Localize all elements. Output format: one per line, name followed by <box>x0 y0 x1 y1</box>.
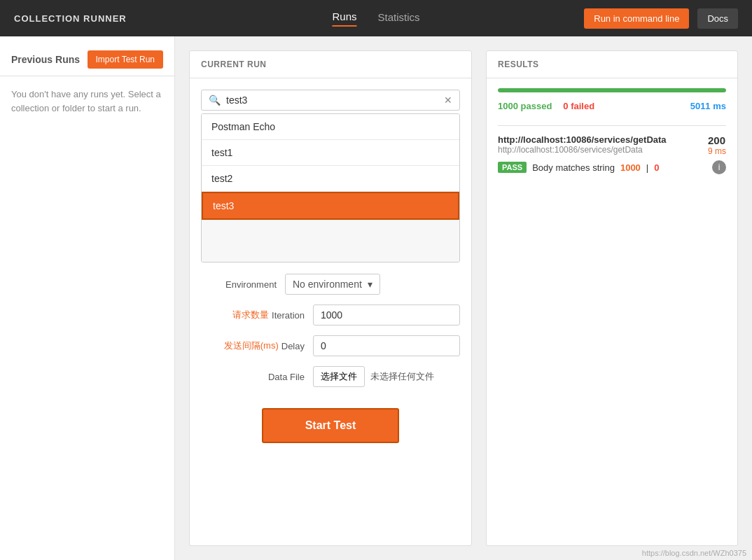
header-tabs: Runs Statistics <box>332 10 419 27</box>
result-test-failed-count: 0 <box>654 162 659 173</box>
iteration-row: 请求数量 Iteration <box>201 304 460 326</box>
results-panel-body: 1000 passed 0 failed 5011 ms http://loca… <box>487 78 737 545</box>
result-test-separator: | <box>646 162 648 173</box>
info-icon[interactable]: i <box>712 160 726 174</box>
sidebar-empty-text: You don't have any runs yet. Select a co… <box>0 76 174 126</box>
search-box[interactable]: 🔍 ✕ <box>201 90 460 111</box>
result-status-code: 200 <box>708 134 726 146</box>
delay-label-group: 发送间隔(ms) Delay <box>201 340 313 352</box>
chevron-down-icon: ▾ <box>368 279 372 290</box>
result-test-count: 1000 <box>620 162 641 173</box>
iteration-label-group: 请求数量 Iteration <box>201 309 313 321</box>
environment-select[interactable]: No environment ▾ <box>285 274 380 295</box>
progress-fill <box>498 88 726 92</box>
current-run-panel: CURRENT RUN 🔍 ✕ Postman Echo test1 test2… <box>189 50 472 546</box>
search-input[interactable] <box>226 94 444 106</box>
results-panel: RESULTS 1000 passed 0 failed 5011 ms htt… <box>486 50 738 546</box>
delay-label-en: Delay <box>281 341 305 351</box>
collection-item-test3[interactable]: test3 <box>202 192 459 220</box>
sidebar: Previous Runs Import Test Run You don't … <box>0 36 175 560</box>
environment-label: Environment <box>201 279 285 290</box>
search-icon: 🔍 <box>209 94 221 106</box>
results-stats: 1000 passed 0 failed 5011 ms <box>498 101 726 111</box>
start-test-button[interactable]: Start Test <box>262 408 400 443</box>
iteration-label-en: Iteration <box>272 310 305 321</box>
sidebar-header: Previous Runs Import Test Run <box>0 36 174 76</box>
result-item: http://localhost:10086/services/getData … <box>498 125 726 183</box>
result-response-time: 9 ms <box>708 146 726 156</box>
stat-failed: 0 failed <box>563 101 594 111</box>
iteration-label-cn: 请求数量 <box>232 309 269 321</box>
stat-passed: 1000 passed <box>498 101 552 111</box>
collection-item-test2[interactable]: test2 <box>202 166 459 192</box>
docs-button[interactable]: Docs <box>697 8 738 29</box>
progress-bar <box>498 88 726 92</box>
iteration-input[interactable] <box>313 304 460 326</box>
result-test-name: Body matches string <box>532 162 615 173</box>
current-run-panel-body: 🔍 ✕ Postman Echo test1 test2 test3 Envir… <box>190 78 471 545</box>
badge-pass: PASS <box>498 162 527 173</box>
results-panel-header: RESULTS <box>487 51 737 78</box>
result-status-group: 200 9 ms <box>708 134 726 156</box>
run-in-command-line-button[interactable]: Run in command line <box>584 8 689 29</box>
current-run-panel-header: CURRENT RUN <box>190 51 471 78</box>
content-area: CURRENT RUN 🔍 ✕ Postman Echo test1 test2… <box>175 36 752 560</box>
collection-list: Postman Echo test1 test2 test3 <box>201 113 460 262</box>
data-file-row: Data File 选择文件 未选择任何文件 <box>201 366 460 387</box>
main-layout: Previous Runs Import Test Run You don't … <box>0 36 752 560</box>
tab-statistics[interactable]: Statistics <box>378 11 420 26</box>
file-name-text: 未选择任何文件 <box>370 370 434 383</box>
collection-list-empty-area <box>202 220 459 262</box>
delay-input[interactable] <box>313 335 460 356</box>
result-test-row: PASS Body matches string 1000 | 0 i <box>498 160 726 174</box>
sidebar-title: Previous Runs <box>11 54 80 65</box>
app-header: COLLECTION RUNNER Runs Statistics Run in… <box>0 0 752 36</box>
result-url-primary: http://localhost:10086/services/getData <box>498 134 667 145</box>
stat-time: 5011 ms <box>690 101 726 111</box>
collection-item-postman-echo[interactable]: Postman Echo <box>202 114 459 140</box>
delay-row: 发送间隔(ms) Delay <box>201 335 460 356</box>
watermark: https://blog.csdn.net/WZh0375 <box>642 549 746 557</box>
result-urls: http://localhost:10086/services/getData … <box>498 134 667 155</box>
result-item-header: http://localhost:10086/services/getData … <box>498 134 726 156</box>
result-url-secondary: http://localhost:10086/services/getData <box>498 145 667 155</box>
start-test-container: Start Test <box>201 408 460 443</box>
tab-runs[interactable]: Runs <box>332 10 356 27</box>
delay-label-cn: 发送间隔(ms) <box>224 340 279 352</box>
environment-row: Environment No environment ▾ <box>201 274 460 295</box>
app-title: COLLECTION RUNNER <box>14 13 127 24</box>
import-test-run-button[interactable]: Import Test Run <box>88 50 163 69</box>
header-right: Run in command line Docs <box>584 8 738 29</box>
collection-item-test1[interactable]: test1 <box>202 140 459 166</box>
clear-icon[interactable]: ✕ <box>444 94 452 106</box>
environment-value: No environment <box>293 279 362 290</box>
header-left: COLLECTION RUNNER <box>14 12 127 24</box>
choose-file-button[interactable]: 选择文件 <box>313 366 365 387</box>
data-file-label: Data File <box>201 372 313 382</box>
